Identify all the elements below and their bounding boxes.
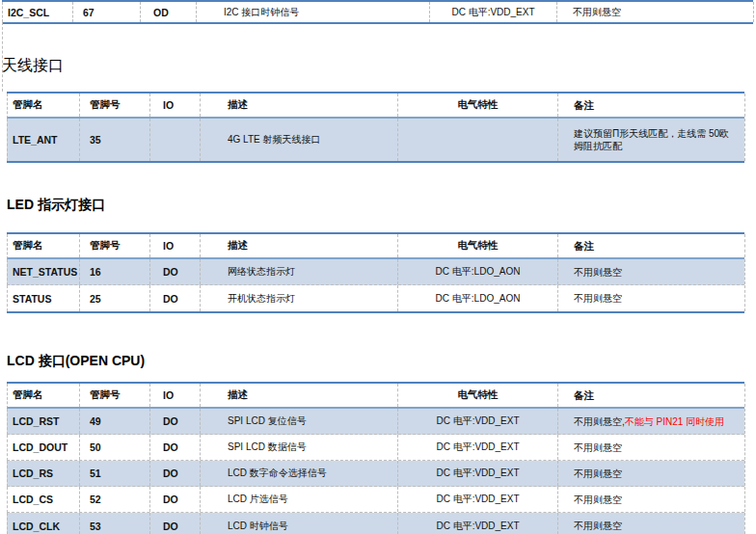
io-cell: DO	[150, 409, 201, 434]
description-cell: SPI LCD 复位信号	[201, 409, 398, 434]
io-cell: DO	[150, 461, 201, 486]
column-header-pin-name: 管脚名	[8, 93, 80, 117]
table-row: LCD_DOUT 50 DO SPI LCD 数据信号 DC 电平:VDD_EX…	[7, 435, 744, 461]
column-header-remark: 备注	[558, 93, 745, 117]
electrical-cell: DC 电平:VDD_EXT	[398, 513, 558, 534]
table-row: NET_STATUS 16 DO 网络状态指示灯 DC 电平:LDO_AON 不…	[7, 259, 744, 285]
description-cell: LCD 数字命令选择信号	[201, 461, 398, 486]
previous-pin-table: I2C_SCL 67 OD I2C 接口时钟信号 DC 电平:VDD_EXT 不…	[2, 0, 753, 24]
electrical-cell: DC 电平:VDD_EXT	[398, 487, 558, 512]
antenna-pin-table: 管脚名 管脚号 IO 描述 电气特性 备注 LTE_ANT 35 4G LTE …	[7, 92, 744, 163]
io-cell: DO	[150, 435, 201, 460]
table-row: LCD_CLK 53 DO LCD 时钟信号 DC 电平:VDD_EXT 不用则…	[7, 513, 744, 534]
io-cell: DO	[150, 259, 201, 284]
remark-cell: 建议预留Π形天线匹配，走线需 50欧姆阻抗匹配	[558, 119, 745, 161]
description-cell: LCD 片选信号	[201, 487, 398, 512]
pin-number-cell: 51	[80, 461, 150, 486]
remark-cell: 不用则悬空	[557, 2, 754, 22]
description-cell: SPI LCD 数据信号	[201, 435, 398, 460]
io-cell	[150, 119, 201, 161]
io-cell: DO	[150, 487, 201, 512]
table-row: LCD_RS 51 DO LCD 数字命令选择信号 DC 电平:VDD_EXT …	[7, 461, 744, 487]
column-header-electrical: 电气特性	[398, 384, 558, 407]
io-cell: OD	[141, 2, 197, 22]
electrical-cell: DC 电平:VDD_EXT	[398, 435, 558, 460]
column-header-remark: 备注	[558, 234, 745, 257]
electrical-cell: DC 电平:VDD_EXT	[430, 2, 557, 22]
column-header-electrical: 电气特性	[398, 234, 558, 257]
table-header-row: 管脚名 管脚号 IO 描述 电气特性 备注	[7, 384, 744, 409]
column-header-electrical: 电气特性	[398, 93, 558, 117]
remark-cell: 不用则悬空,不能与 PIN21 同时使用	[558, 409, 745, 434]
table-header-row: 管脚名 管脚号 IO 描述 电气特性 备注	[7, 93, 744, 119]
pin-number-cell: 50	[80, 435, 150, 460]
table-header-row: 管脚名 管脚号 IO 描述 电气特性 备注	[7, 234, 744, 259]
column-header-pin-name: 管脚名	[8, 234, 80, 257]
pin-name-cell: LCD_RST	[8, 409, 80, 434]
electrical-cell: DC 电平:VDD_EXT	[398, 409, 558, 434]
remark-warning-text: 不能与 PIN21 同时使用	[625, 415, 724, 428]
remark-cell: 不用则悬空	[558, 259, 745, 284]
pin-name-cell: LCD_CS	[8, 487, 80, 512]
column-header-pin-number: 管脚号	[80, 234, 150, 257]
remark-cell: 不用则悬空	[558, 285, 745, 311]
column-header-description: 描述	[201, 93, 398, 117]
table-row: LCD_RST 49 DO SPI LCD 复位信号 DC 电平:VDD_EXT…	[7, 409, 744, 435]
led-pin-table: 管脚名 管脚号 IO 描述 电气特性 备注 NET_STATUS 16 DO 网…	[7, 232, 744, 313]
remark-cell: 不用则悬空	[558, 487, 745, 512]
remark-cell: 不用则悬空	[558, 513, 745, 534]
pin-number-cell: 49	[80, 409, 150, 434]
pin-number-cell: 52	[80, 487, 150, 512]
description-cell: LCD 时钟信号	[201, 513, 398, 534]
column-header-io: IO	[150, 93, 201, 117]
pin-name-cell: LCD_CLK	[8, 513, 80, 534]
remark-cell: 不用则悬空	[558, 435, 745, 460]
pin-number-cell: 16	[80, 259, 150, 284]
description-cell: I2C 接口时钟信号	[197, 2, 430, 22]
pin-number-cell: 25	[80, 285, 150, 311]
pin-name-cell: LCD_RS	[8, 461, 80, 486]
pin-number-cell: 67	[73, 2, 141, 22]
remark-cell: 不用则悬空	[558, 461, 745, 486]
electrical-cell: DC 电平:LDO_AON	[398, 285, 558, 311]
column-header-pin-name: 管脚名	[8, 384, 80, 407]
description-cell: 开机状态指示灯	[201, 285, 398, 311]
remark-text: 不用则悬空,	[574, 415, 625, 428]
column-header-remark: 备注	[558, 384, 745, 407]
table-row: LTE_ANT 35 4G LTE 射频天线接口 建议预留Π形天线匹配，走线需 …	[7, 119, 744, 161]
pin-name-cell: STATUS	[8, 285, 80, 311]
io-cell: DO	[150, 513, 201, 534]
table-row: I2C_SCL 67 OD I2C 接口时钟信号 DC 电平:VDD_EXT 不…	[2, 2, 753, 22]
electrical-cell: DC 电平:VDD_EXT	[398, 461, 558, 486]
datasheet-page: I2C_SCL 67 OD I2C 接口时钟信号 DC 电平:VDD_EXT 不…	[0, 0, 756, 534]
io-cell: DO	[150, 285, 201, 311]
column-header-pin-number: 管脚号	[80, 384, 150, 407]
electrical-cell: DC 电平:LDO_AON	[398, 259, 558, 284]
table-row: LCD_CS 52 DO LCD 片选信号 DC 电平:VDD_EXT 不用则悬…	[7, 487, 744, 513]
table-row: STATUS 25 DO 开机状态指示灯 DC 电平:LDO_AON 不用则悬空	[7, 285, 744, 311]
column-header-pin-number: 管脚号	[80, 93, 150, 117]
section-title-antenna: 天线接口	[2, 54, 64, 77]
column-header-description: 描述	[201, 234, 398, 257]
description-cell: 网络状态指示灯	[201, 259, 398, 284]
column-header-description: 描述	[201, 384, 398, 407]
column-header-io: IO	[150, 234, 201, 257]
pin-number-cell: 53	[80, 513, 150, 534]
pin-name-cell: I2C_SCL	[3, 2, 73, 22]
pin-name-cell: NET_STATUS	[8, 259, 80, 284]
section-title-led: LED 指示灯接口	[7, 195, 105, 215]
lcd-pin-table: 管脚名 管脚号 IO 描述 电气特性 备注 LCD_RST 49 DO SPI …	[7, 382, 744, 534]
pin-name-cell: LTE_ANT	[8, 119, 80, 161]
column-header-io: IO	[150, 384, 201, 407]
electrical-cell	[398, 119, 558, 161]
pin-name-cell: LCD_DOUT	[8, 435, 80, 460]
pin-number-cell: 35	[80, 119, 150, 161]
section-title-lcd: LCD 接口(OPEN CPU)	[7, 351, 145, 371]
description-cell: 4G LTE 射频天线接口	[201, 119, 398, 161]
